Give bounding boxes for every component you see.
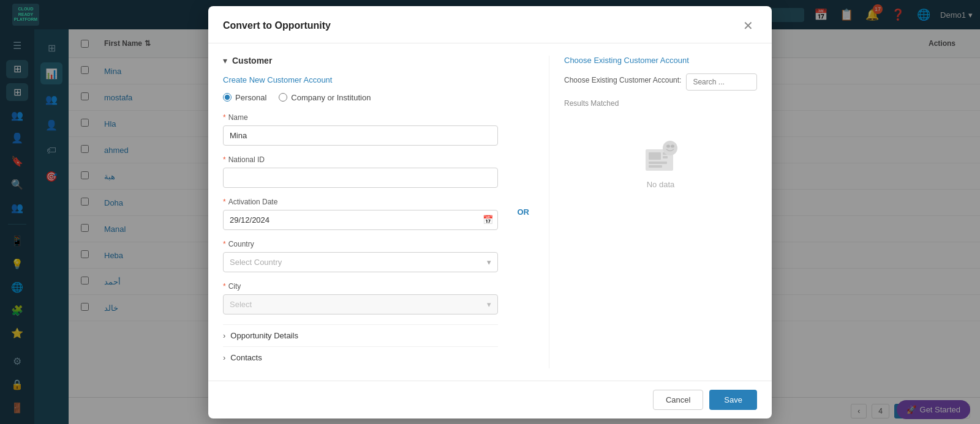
national-id-input[interactable]	[223, 168, 498, 188]
svg-rect-5	[649, 165, 662, 168]
dialog-body: ▾ Customer Create New Customer Account P…	[208, 43, 772, 381]
name-input[interactable]	[223, 125, 498, 146]
no-data-text: No data	[647, 180, 675, 189]
svg-point-7	[671, 144, 674, 147]
svg-point-6	[663, 141, 677, 155]
choose-existing-row: Choose Existing Customer Account:	[564, 73, 757, 91]
national-id-label: *National ID	[223, 155, 498, 164]
convert-opportunity-dialog: Convert to Opportunity ✕ ▾ Customer Crea…	[208, 6, 772, 418]
name-label: *Name	[223, 113, 498, 122]
radio-company-label: Company or Institution	[291, 93, 371, 102]
save-button[interactable]: Save	[709, 390, 757, 410]
country-select[interactable]: Select Country ▾	[223, 252, 498, 272]
svg-rect-1	[649, 152, 661, 160]
close-dialog-button[interactable]: ✕	[739, 17, 757, 34]
activation-date-input[interactable]	[223, 210, 498, 230]
city-field-group: *City Select ▾	[223, 282, 498, 314]
date-input-wrapper: 📅	[223, 210, 498, 230]
left-panel: ▾ Customer Create New Customer Account P…	[223, 56, 498, 368]
or-divider: OR	[513, 56, 535, 368]
contacts-label: Contacts	[230, 353, 262, 362]
choose-existing-label: Choose Existing Customer Account:	[564, 76, 681, 84]
dialog-title: Convert to Opportunity	[223, 20, 331, 31]
modal-overlay: Convert to Opportunity ✕ ▾ Customer Crea…	[0, 0, 980, 424]
create-account-link[interactable]: Create New Customer Account	[223, 75, 498, 84]
dialog-footer: Cancel Save	[208, 381, 772, 418]
national-id-field-group: *National ID	[223, 155, 498, 188]
chevron-right-icon: ›	[223, 331, 225, 340]
radio-personal-label: Personal	[235, 93, 266, 102]
dialog-header: Convert to Opportunity ✕	[208, 6, 772, 43]
results-matched-label: Results Matched	[564, 99, 757, 108]
customer-section-label: Customer	[232, 56, 272, 65]
city-chevron-icon: ▾	[487, 300, 491, 309]
country-label: *Country	[223, 240, 498, 248]
calendar-input-icon: 📅	[483, 215, 493, 225]
svg-point-8	[666, 144, 670, 147]
radio-company-input[interactable]	[279, 93, 287, 102]
choose-account-link[interactable]: Choose Existing Customer Account	[564, 56, 757, 65]
radio-personal-input[interactable]	[223, 93, 232, 102]
customer-section-header[interactable]: ▾ Customer	[223, 56, 498, 65]
or-text: OR	[518, 207, 530, 217]
country-placeholder: Select Country	[230, 258, 282, 267]
country-chevron-icon: ▾	[487, 258, 491, 267]
no-data-area: No data	[564, 113, 757, 207]
svg-rect-4	[649, 162, 667, 164]
country-field-group: *Country Select Country ▾	[223, 240, 498, 272]
cancel-button[interactable]: Cancel	[653, 390, 703, 410]
opportunity-details-toggle[interactable]: › Opportunity Details	[223, 324, 498, 346]
customer-search-input[interactable]	[686, 73, 757, 91]
opportunity-details-label: Opportunity Details	[230, 331, 298, 340]
chevron-down-icon: ▾	[223, 56, 227, 65]
radio-group: Personal Company or Institution	[223, 93, 498, 102]
no-data-illustration	[636, 131, 685, 180]
radio-company[interactable]: Company or Institution	[279, 93, 371, 102]
radio-personal[interactable]: Personal	[223, 93, 266, 102]
right-panel: Choose Existing Customer Account Choose …	[549, 56, 757, 368]
name-field-group: *Name	[223, 113, 498, 146]
city-placeholder: Select	[230, 300, 252, 309]
chevron-right-contacts-icon: ›	[223, 353, 225, 362]
city-select[interactable]: Select ▾	[223, 294, 498, 314]
svg-rect-3	[663, 156, 668, 158]
activation-date-field-group: *Activation Date 📅	[223, 198, 498, 230]
city-label: *City	[223, 282, 498, 291]
contacts-toggle[interactable]: › Contacts	[223, 346, 498, 368]
activation-date-label: *Activation Date	[223, 198, 498, 206]
